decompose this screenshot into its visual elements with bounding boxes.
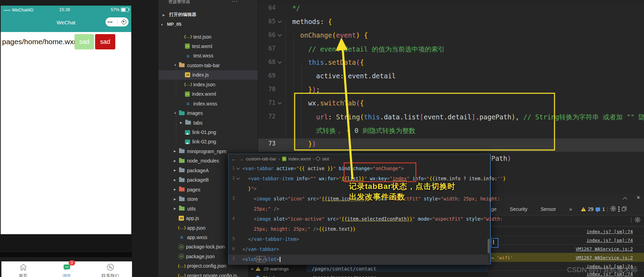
home-icon <box>19 263 28 273</box>
file-name: node_modules <box>187 158 219 164</box>
forward-icon[interactable]: → <box>239 156 244 162</box>
panel-code-line-wrap[interactable]: 25px; height: 25px;" />{{item.text}} <box>228 226 489 236</box>
more-icon[interactable]: ••• <box>108 20 113 24</box>
code-line-65[interactable]: 65 methods: { <box>258 18 644 31</box>
code-line-69[interactable]: 69 active: event.detail <box>258 72 644 86</box>
back-icon[interactable]: ← <box>231 156 236 162</box>
issues-icon[interactable] <box>596 207 600 211</box>
wxss-file-icon: ≡ <box>179 235 185 240</box>
more-actions-icon[interactable]: ··· <box>232 0 238 4</box>
code-fragment-pagepath: ePath) <box>487 155 511 162</box>
file-name: index.wxml <box>192 91 216 97</box>
gear-icon[interactable] <box>610 206 616 213</box>
warning-icon[interactable] <box>581 207 586 211</box>
open-editors-section[interactable]: ▶ 打开的编辑器 <box>163 11 196 18</box>
gear-icon[interactable] <box>635 217 641 224</box>
panel-code-line-1[interactable]: 1<van-tabbar active="{{ active }}" bind:… <box>228 166 489 176</box>
chevron-down-icon: ▼ <box>161 23 165 26</box>
dock-icon[interactable] <box>622 206 627 212</box>
json-file-icon: {..} <box>179 273 185 277</box>
debugger-tabbar: geSecuritySensor»291| <box>488 203 644 215</box>
wxml-editor-popup[interactable]: ← → custom-tab-bar›<>index.wxml›slot 1<v… <box>228 154 491 264</box>
debugger-panel: × geSecuritySensor»291| | index.js? [sm]… <box>488 193 644 277</box>
text-cursor <box>280 257 280 262</box>
json-file-icon: {..} <box>185 82 191 87</box>
chevron-right-icon: ▶ <box>251 267 254 270</box>
kebab-menu-icon[interactable] <box>618 206 620 213</box>
console-row: = 'wifi'VM1267 WAService.js:2 <box>488 253 644 262</box>
badge: 3 <box>69 260 75 266</box>
line-number: 70 <box>258 86 276 93</box>
fold-chevron-icon[interactable] <box>236 176 240 180</box>
phone-tab-3[interactable]: 联系我们 <box>88 262 132 277</box>
phone-tab-2[interactable]: 3消息 <box>45 262 88 277</box>
code-line-64[interactable]: 64 */ <box>258 4 644 18</box>
tab-label: 首页 <box>19 273 28 277</box>
fold-chevron-icon[interactable] <box>278 19 281 23</box>
project-root-item[interactable]: ▼ MP_05 <box>161 21 181 27</box>
panel-code-line-wrap[interactable]: 25px;" /> <box>228 206 489 216</box>
problem-file-path[interactable]: /pages/message/message <box>312 275 376 277</box>
devtools-tab-Security[interactable]: Security <box>510 206 528 212</box>
file-name: test.json <box>193 34 211 40</box>
devtools-tab-»[interactable]: » <box>569 206 572 212</box>
console-source-link[interactable]: VM1267 WAService.js:2 <box>576 255 633 260</box>
breadcrumb-item[interactable]: index.wxml <box>288 156 311 161</box>
code-line-67[interactable]: 67 // event.detail 的值为当前选中项的索引 <box>258 45 644 58</box>
folder-file-icon <box>179 110 185 116</box>
devtools-tab-ge[interactable]: ge <box>491 206 497 212</box>
page-path-text: pages/home/home.wxml <box>2 38 82 46</box>
fold-chevron-icon[interactable] <box>236 166 240 170</box>
code-line-71[interactable]: 71 wx.switchTab({ <box>258 99 644 113</box>
code-line-wrap[interactable]: 式转换， + 0 则隐式转换为整数 <box>258 126 644 140</box>
tree-indent-guide <box>176 66 176 98</box>
chevron-right-icon: ▶ <box>163 14 168 17</box>
phone-tab-1[interactable]: 首页 <box>1 262 45 277</box>
wxml-file-icon: <> <box>185 92 190 97</box>
file-name: tabs <box>193 120 202 126</box>
chevron-right-icon: ▶ <box>180 121 185 124</box>
code-line-73[interactable]: 73 }) <box>258 140 644 153</box>
line-number: 1 <box>228 166 235 171</box>
code-line-72[interactable]: 72 url: String(this.data.list[event.deta… <box>258 113 644 126</box>
phone-icon <box>106 263 115 273</box>
console-source-link[interactable]: index.js? [sm]:74 <box>587 229 633 234</box>
sad-button-2[interactable]: sad <box>95 34 115 49</box>
close-target-icon[interactable] <box>122 19 126 24</box>
code-line-66[interactable]: 66 onChange(event) { <box>258 31 644 45</box>
breadcrumb-item[interactable]: slot <box>322 156 329 161</box>
file-name: store <box>187 196 198 202</box>
file-name: package.json <box>186 254 215 259</box>
problem-count-label: 21 info <box>263 275 277 277</box>
file-name: index.wxss <box>193 101 217 106</box>
panel-scrollbar[interactable] <box>488 239 490 253</box>
code-line-68[interactable]: 68 this.setData({ <box>258 58 644 72</box>
line-number: 5 <box>228 236 235 241</box>
file-name: link-02.png <box>192 139 216 144</box>
sad-button-1[interactable]: sad <box>75 34 94 49</box>
console-source-link[interactable]: index.js? [sm]:74 <box>587 238 633 243</box>
devtools-tab-Sensor[interactable]: Sensor <box>541 206 556 212</box>
folder-file-icon <box>179 177 185 183</box>
file-name: app.js <box>186 215 199 221</box>
panel-code-line-4[interactable]: 4 <image slot="icon-active" src="{{item.… <box>228 216 489 226</box>
wxss-file-icon: ≡ <box>185 101 191 106</box>
fold-chevron-icon[interactable] <box>278 32 281 36</box>
chevron-right-icon: ▶ <box>174 207 179 210</box>
capsule-menu[interactable]: ••• <box>106 17 129 26</box>
file-name: index.json <box>193 82 215 87</box>
problems-row-info[interactable]: ▶i21 info/pages/message/message <box>248 274 488 277</box>
panel-code-line-7[interactable]: 7<slot></slot> <box>228 256 489 267</box>
breadcrumb-item[interactable]: custom-tab-bar <box>246 156 276 161</box>
close-icon[interactable]: × <box>637 195 640 201</box>
code-line-70[interactable]: 70 }); <box>258 86 644 99</box>
problem-file-path[interactable]: /pages/contact/contact <box>312 266 376 271</box>
fold-chevron-icon[interactable] <box>278 60 281 63</box>
panel-code-line-5[interactable]: 5 </van-tabbar-item> <box>228 236 489 246</box>
tree-indent-guide <box>176 114 176 142</box>
annotation-note-line1: 记录tabBar状态，点击切换时 <box>349 181 456 192</box>
collapse-icon[interactable] <box>623 197 627 201</box>
console-source-link[interactable]: VM1267 WAService.js:2 <box>576 246 633 252</box>
npm-file-icon: JS <box>179 254 184 259</box>
fold-chevron-icon[interactable] <box>278 100 281 104</box>
